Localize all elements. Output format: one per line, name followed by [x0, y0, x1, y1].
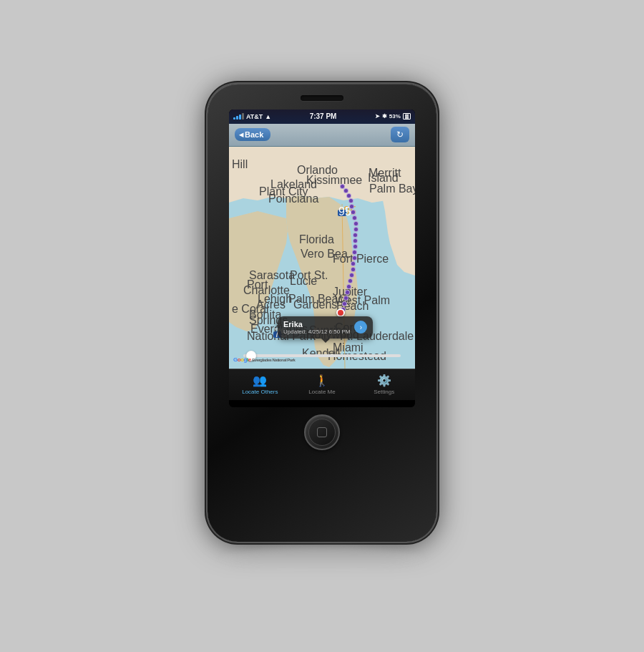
- tab-settings[interactable]: ⚙️ Settings: [353, 369, 415, 400]
- track-dot: [343, 188, 348, 193]
- track-dot: [349, 204, 354, 209]
- callout-text: Erika Updated: 4/25/12 6:50 PM: [283, 320, 350, 335]
- signal-bar-2: [236, 116, 238, 120]
- svg-text:Hill: Hill: [232, 158, 248, 170]
- wifi-icon: ▲: [265, 113, 271, 120]
- home-button-square: [317, 427, 327, 437]
- track-dot: [342, 301, 347, 306]
- signal-bar-4: [242, 113, 244, 120]
- google-logo: Google Everglades National Park: [233, 356, 295, 363]
- tab-locate-others[interactable]: 👥 Locate Others: [229, 369, 291, 400]
- battery-percent: 53%: [389, 113, 401, 120]
- home-button-inner: [308, 419, 336, 446]
- track-dot: [348, 198, 353, 203]
- svg-text:Poinciana: Poinciana: [268, 193, 318, 205]
- track-dot: [352, 250, 357, 255]
- track-dot: [352, 256, 357, 261]
- track-dot: [353, 238, 358, 243]
- track-dot: [351, 261, 356, 266]
- svg-text:Gardens: Gardens: [293, 298, 337, 311]
- map-view[interactable]: 95 Orlando Kissimmee Lakeland Plant City…: [229, 147, 415, 369]
- track-dot: [351, 210, 356, 215]
- status-time: 7:37 PM: [310, 112, 337, 120]
- callout-bubble[interactable]: Erika Updated: 4/25/12 6:50 PM ›: [278, 316, 373, 339]
- tab-settings-label: Settings: [374, 389, 394, 395]
- svg-text:Palm Bay: Palm Bay: [369, 183, 415, 195]
- tab-locate-others-label: Locate Others: [242, 389, 278, 395]
- battery-icon: ▓: [403, 113, 411, 120]
- phone-reflection: [222, 548, 422, 569]
- track-dot: [343, 296, 348, 301]
- home-button[interactable]: [304, 414, 340, 450]
- status-bar: AT&T ▲ 7:37 PM ➤ ✱ 53% ▓: [229, 110, 415, 124]
- svg-text:Florida: Florida: [299, 233, 334, 245]
- track-dot: [345, 290, 350, 295]
- bluetooth-icon: ✱: [382, 113, 387, 120]
- speaker-slot: [301, 95, 343, 101]
- track-dot: [348, 278, 353, 283]
- refresh-button[interactable]: ↻: [391, 127, 409, 142]
- callout-updated: Updated: 4/25/12 6:50 PM: [283, 329, 350, 335]
- carrier-label: AT&T: [246, 113, 263, 120]
- callout-name: Erika: [283, 320, 350, 329]
- tab-locate-me-label: Locate Me: [308, 389, 335, 395]
- signal-bars: [233, 113, 244, 120]
- phone-device: AT&T ▲ 7:37 PM ➤ ✱ 53% ▓ Back ↻: [208, 84, 436, 542]
- track-dot: [346, 193, 351, 198]
- track-dot: [353, 244, 358, 249]
- svg-text:e Coral: e Coral: [232, 303, 269, 315]
- track-dot: [346, 284, 351, 289]
- locate-others-icon: 👥: [253, 374, 267, 387]
- callout-detail-arrow[interactable]: ›: [354, 321, 367, 334]
- track-dot: [351, 267, 356, 272]
- back-button[interactable]: Back: [235, 128, 270, 141]
- locate-me-icon: 🚶: [315, 374, 329, 387]
- location-icon: ➤: [375, 113, 380, 120]
- track-dot: [353, 233, 358, 238]
- navigation-bar: Back ↻: [229, 124, 415, 147]
- tab-locate-me[interactable]: 🚶 Locate Me: [291, 369, 353, 400]
- status-left: AT&T ▲: [233, 113, 271, 120]
- svg-text:Charlotte: Charlotte: [243, 284, 290, 296]
- track-dot: [349, 273, 354, 278]
- track-dot: [352, 215, 357, 220]
- settings-icon: ⚙️: [377, 374, 391, 387]
- location-pin: [336, 308, 345, 317]
- svg-text:Fort Pierce: Fort Pierce: [333, 253, 389, 265]
- tab-bar: 👥 Locate Others 🚶 Locate Me ⚙️ Settings: [229, 369, 415, 400]
- track-dot: [353, 227, 358, 232]
- phone-screen: AT&T ▲ 7:37 PM ➤ ✱ 53% ▓ Back ↻: [229, 110, 415, 407]
- signal-bar-3: [239, 115, 241, 120]
- track-dot: [353, 221, 358, 226]
- status-right: ➤ ✱ 53% ▓: [375, 113, 411, 120]
- signal-bar-1: [233, 117, 235, 120]
